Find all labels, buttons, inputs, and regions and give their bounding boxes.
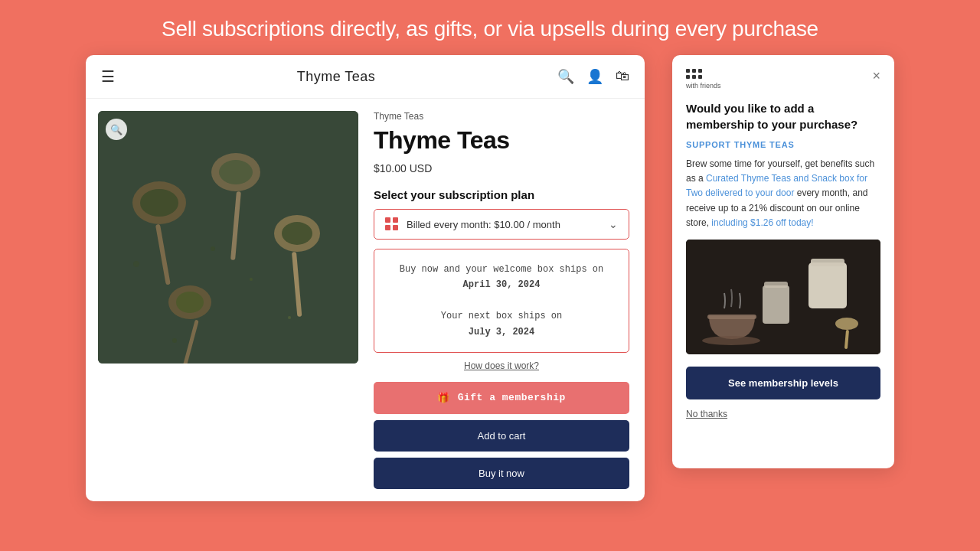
gift-membership-button[interactable]: 🎁 Gift a membership [374,382,629,414]
hamburger-icon[interactable]: ☰ [101,67,115,86]
zoom-button[interactable]: 🔍 [106,119,127,140]
no-thanks-link[interactable]: No thanks [686,409,880,419]
search-icon[interactable]: 🔍 [557,68,574,85]
how-does-it-work-link[interactable]: How does it work? [374,360,629,371]
product-details: Thyme Teas Thyme Teas $10.00 USD Select … [358,99,645,501]
info-date2: July 3, 2024 [469,327,534,337]
info-date1: April 30, 2024 [463,279,541,290]
shop-header: ☰ Thyme Teas 🔍 👤 🛍 [86,55,645,99]
upsell-question: Would you like to add a membership to yo… [686,100,880,132]
svg-rect-27 [763,285,789,324]
svg-point-10 [282,222,312,245]
product-price: $10.00 USD [374,162,629,174]
with-friends-label: with friends [686,82,721,90]
svg-rect-22 [811,259,844,266]
shop-body: 🔍 Thyme Teas Thyme Teas $10.00 USD Selec… [86,99,645,501]
svg-rect-28 [764,282,788,288]
upsell-discount-link[interactable]: including $1.26 off today! [711,217,813,228]
subscription-select-left: Billed every month: $10.00 / month [385,217,560,231]
add-to-cart-button[interactable]: Add to cart [374,420,629,452]
svg-point-14 [211,246,215,251]
svg-point-17 [288,316,291,319]
info-line2: Your next box ships on [441,311,562,321]
upsell-panel: with friends × Would you like to add a m… [672,55,894,468]
shop-panel: ☰ Thyme Teas 🔍 👤 🛍 [86,55,645,501]
svg-point-18 [133,261,139,267]
svg-point-4 [140,189,178,217]
cart-icon[interactable]: 🛍 [616,68,629,85]
svg-point-26 [702,336,760,345]
svg-point-15 [250,278,253,281]
svg-point-7 [219,160,253,184]
with-friends-dots-icon [686,69,703,80]
subscription-label: Select your subscription plan [374,188,629,201]
close-button[interactable]: × [872,69,880,83]
subscription-option-text: Billed every month: $10.00 / month [407,219,560,230]
gift-icon: 🎁 [437,392,450,404]
panels-row: ☰ Thyme Teas 🔍 👤 🛍 [0,55,980,501]
svg-point-13 [176,292,204,313]
svg-rect-21 [808,262,847,308]
buy-it-now-button[interactable]: Buy it now [374,458,629,489]
svg-point-23 [835,318,858,330]
upsell-description: Brew some time for yourself, get benefit… [686,157,880,230]
upsell-header: with friends × [686,69,880,90]
subscription-select[interactable]: Billed every month: $10.00 / month ⌄ [374,209,629,240]
grid-icon [385,217,399,231]
info-line1: Buy now and your welcome box ships on [400,264,603,275]
gift-btn-label: Gift a membership [458,392,566,403]
shop-title: Thyme Teas [297,69,376,85]
chevron-down-icon: ⌄ [609,218,618,230]
support-label: SUPPORT THYME TEAS [686,140,880,149]
page-headline: Sell subscriptions directly, as gifts, o… [131,0,849,55]
upsell-product-image [686,240,880,354]
with-friends-logo: with friends [686,69,721,90]
svg-point-16 [172,338,177,343]
product-breadcrumb: Thyme Teas [374,111,629,122]
header-icons: 🔍 👤 🛍 [557,68,629,85]
see-membership-button[interactable]: See membership levels [686,367,880,399]
svg-rect-25 [707,315,756,319]
product-image: 🔍 [98,111,358,364]
product-title: Thyme Teas [374,126,629,155]
user-icon[interactable]: 👤 [586,68,603,85]
shipping-info-box: Buy now and your welcome box ships on Ap… [374,249,629,353]
